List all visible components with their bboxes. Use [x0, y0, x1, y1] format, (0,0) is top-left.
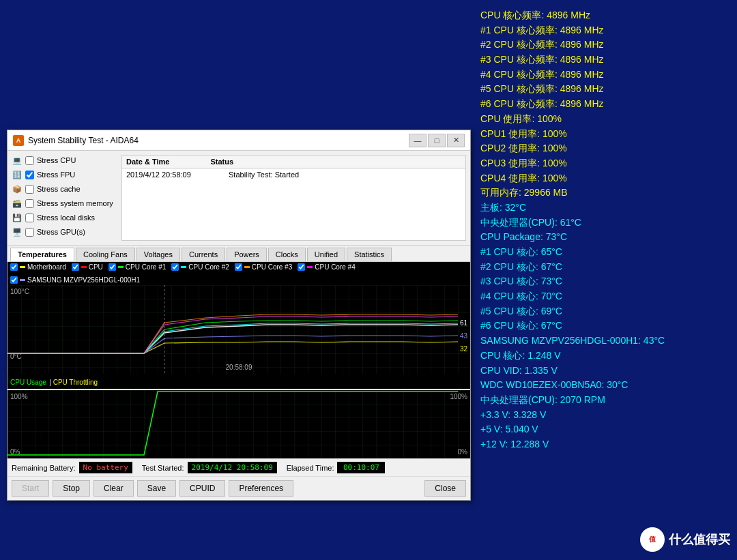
stress-system-memory-checkbox[interactable] — [25, 199, 34, 208]
legend-cb-motherboard[interactable] — [10, 263, 18, 271]
checkbox-item-stress-system-memory: 🗃️Stress system memory — [12, 198, 117, 209]
button-row: Start Stop Clear Save CPUID Preferences … — [8, 476, 470, 500]
stat-line: 主板: 32°C — [480, 201, 727, 216]
preferences-button[interactable]: Preferences — [229, 480, 293, 497]
legend-cb-cpu-core-#4[interactable] — [298, 263, 305, 271]
legend-cb-samsung-mzvpv256hdgl-000h1[interactable] — [10, 276, 18, 284]
titlebar: A System Stability Test - AIDA64 — □ ✕ — [8, 130, 470, 151]
cpu-usage-label: CPU Usage — [10, 379, 46, 386]
tab-cooling-fans[interactable]: Cooling Fans — [76, 248, 135, 261]
stat-line: CPU 核心频率: 4896 MHz — [480, 8, 727, 23]
stat-line: 中央处理器(CPU): 61°C — [480, 216, 727, 231]
tab-powers[interactable]: Powers — [227, 248, 267, 261]
stat-line: #6 CPU 核心: 67°C — [480, 319, 727, 334]
stress-local-disks-checkbox[interactable] — [25, 213, 34, 222]
legend-cb-cpu-core-#2[interactable] — [171, 263, 179, 271]
legend-label: CPU Core #3 — [252, 263, 292, 271]
legend-dot — [244, 266, 250, 268]
temperature-chart: 100°C 0°C 20:58:09 61 43 32 — [8, 285, 470, 374]
cpu-chart-y-bot-right: 0% — [458, 448, 467, 456]
stat-line: #5 CPU 核心频率: 4896 MHz — [480, 82, 727, 97]
stat-line: CPU Package: 73°C — [480, 230, 727, 245]
stress-cpu-label: Stress CPU — [37, 156, 76, 164]
legend-bar: MotherboardCPUCPU Core #1CPU Core #2CPU … — [8, 262, 470, 285]
tab-temperatures[interactable]: Temperatures — [10, 248, 74, 261]
legend-cb-cpu-core-#1[interactable] — [109, 263, 116, 271]
legend-item-cpu-core-#2: CPU Core #2 — [171, 263, 229, 271]
stop-button[interactable]: Stop — [53, 480, 90, 497]
stress-system-memory-icon: 🗃️ — [12, 198, 23, 209]
stat-line: #3 CPU 核心: 73°C — [480, 274, 727, 289]
stat-line: CPU 核心: 1.248 V — [480, 349, 727, 364]
test-started-item: Test Started: 2019/4/12 20:58:09 — [142, 462, 277, 473]
stat-line: #1 CPU 核心频率: 4896 MHz — [480, 23, 727, 38]
svg-rect-2 — [8, 390, 470, 458]
close-button[interactable]: Close — [424, 480, 466, 497]
stat-line: #2 CPU 核心频率: 4896 MHz — [480, 38, 727, 53]
stress-fpu-checkbox[interactable] — [25, 171, 34, 179]
log-col-status: Status — [210, 158, 233, 166]
legend-dot — [20, 279, 25, 281]
stat-line: CPU1 使用率: 100% — [480, 127, 727, 142]
stress-cpu-checkbox[interactable] — [25, 156, 34, 165]
stress-local-disks-icon: 💾 — [12, 212, 23, 223]
aida64-window: A System Stability Test - AIDA64 — □ ✕ 💻… — [7, 130, 471, 501]
elapsed-time-value: 00:10:07 — [337, 462, 385, 473]
stress-options-panel: 💻Stress CPU🔢Stress FPU📦Stress cache🗃️Str… — [12, 155, 117, 241]
maximize-button[interactable]: □ — [428, 134, 446, 147]
stat-line: #2 CPU 核心: 67°C — [480, 260, 727, 275]
tab-unified[interactable]: Unified — [307, 248, 345, 261]
stat-line: 中央处理器(CPU): 2070 RPM — [480, 393, 727, 408]
minimize-button[interactable]: — — [409, 134, 427, 147]
start-button[interactable]: Start — [12, 480, 49, 497]
stat-line: SAMSUNG MZVPV256HDGL-000H1: 43°C — [480, 334, 727, 349]
stress-gpu-checkbox[interactable] — [25, 228, 34, 237]
stat-line: #4 CPU 核心: 70°C — [480, 289, 727, 304]
app-icon: A — [13, 135, 24, 146]
cpu-chart-y-top: 100% — [10, 393, 28, 400]
legend-label: Motherboard — [27, 263, 66, 271]
tab-clocks[interactable]: Clocks — [268, 248, 306, 261]
stat-line: #6 CPU 核心频率: 4896 MHz — [480, 97, 727, 112]
stress-gpu-icon: 🖥️ — [12, 226, 23, 237]
stress-system-memory-label: Stress system memory — [37, 199, 113, 207]
save-button[interactable]: Save — [137, 480, 176, 497]
cpu-chart-y-bot: 0% — [10, 448, 20, 456]
clear-button[interactable]: Clear — [93, 480, 134, 497]
stress-cache-checkbox[interactable] — [25, 185, 34, 194]
legend-label: CPU Core #4 — [315, 263, 355, 271]
legend-cb-cpu-core-#3[interactable] — [235, 263, 242, 271]
log-area: Date & Time Status 2019/4/12 20:58:09 St… — [121, 155, 466, 241]
window-title: System Stability Test - AIDA64 — [28, 136, 409, 145]
close-window-button[interactable]: ✕ — [447, 134, 465, 147]
watermark: 值 什么值得买 — [640, 527, 730, 552]
stat-line: +12 V: 12.288 V — [480, 437, 727, 452]
stat-line: CPU 使用率: 100% — [480, 112, 727, 127]
legend-item-cpu-core-#4: CPU Core #4 — [298, 263, 355, 271]
remaining-battery-label: Remaining Battery: — [12, 464, 76, 472]
log-col-date: Date & Time — [126, 158, 169, 166]
legend-item-motherboard: Motherboard — [10, 263, 66, 271]
right-stats-panel: CPU 核心频率: 4896 MHz#1 CPU 核心频率: 4896 MHz#… — [471, 0, 737, 560]
stat-line: #4 CPU 核心频率: 4896 MHz — [480, 68, 727, 83]
chart-y-min: 0°C — [10, 353, 22, 360]
legend-dot — [81, 266, 87, 268]
tab-currents[interactable]: Currents — [182, 248, 225, 261]
stress-fpu-icon: 🔢 — [12, 169, 23, 180]
watermark-text: 什么值得买 — [669, 531, 730, 548]
stress-gpu-label: Stress GPU(s) — [37, 228, 85, 236]
cpuid-button[interactable]: CPUID — [179, 480, 225, 497]
stress-local-disks-label: Stress local disks — [37, 213, 95, 222]
legend-item-cpu-core-#1: CPU Core #1 — [109, 263, 166, 271]
tab-statistics[interactable]: Statistics — [347, 248, 392, 261]
status-bar: Remaining Battery: No battery Test Start… — [8, 458, 470, 476]
legend-item-cpu-core-#3: CPU Core #3 — [235, 263, 292, 271]
titlebar-buttons: — □ ✕ — [409, 134, 465, 147]
cpu-usage-chart: 100% 0% 100% 0% — [8, 390, 470, 458]
legend-label: CPU — [89, 263, 103, 271]
stat-line: CPU4 使用率: 100% — [480, 171, 727, 186]
window-body: 💻Stress CPU🔢Stress FPU📦Stress cache🗃️Str… — [8, 151, 470, 245]
tab-voltages[interactable]: Voltages — [136, 248, 180, 261]
chart-y-max: 100°C — [10, 288, 29, 295]
legend-cb-cpu[interactable] — [72, 263, 79, 271]
